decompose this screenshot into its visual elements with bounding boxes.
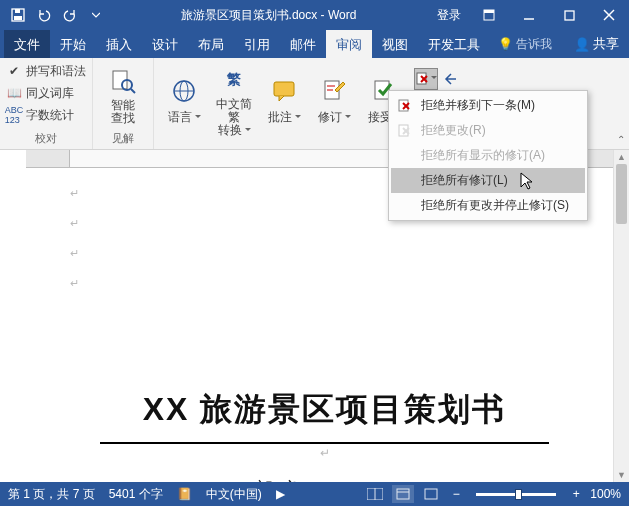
redo-button[interactable] [58, 3, 82, 27]
paragraph-mark: ↵ [70, 268, 579, 298]
svg-rect-15 [274, 82, 294, 96]
menu-reject-all-stop[interactable]: 拒绝所有更改并停止修订(S) [391, 193, 585, 218]
chinese-convert-button[interactable]: 繁中文简繁 转换 [210, 60, 258, 142]
minimize-button[interactable] [509, 0, 549, 30]
tell-me[interactable]: 💡告诉我 [490, 30, 560, 58]
tab-design[interactable]: 设计 [142, 30, 188, 58]
convert-icon: 繁 [218, 64, 250, 96]
comment-icon [268, 75, 300, 107]
view-print-layout[interactable] [392, 485, 414, 503]
svg-line-11 [131, 89, 135, 93]
track-changes-button[interactable]: 修订 [310, 71, 358, 130]
group-label-insights: 见解 [112, 130, 134, 149]
title-bar: 旅游景区项目策划书.docx - Word 登录 [0, 0, 629, 30]
maximize-button[interactable] [549, 0, 589, 30]
thesaurus-icon: 📖 [6, 85, 22, 101]
tab-review[interactable]: 审阅 [326, 30, 372, 58]
zoom-level[interactable]: 100% [590, 487, 621, 501]
view-web-layout[interactable] [420, 485, 442, 503]
menu-reject-move-next[interactable]: 拒绝并移到下一条(M) [391, 93, 585, 118]
ribbon-display-options[interactable] [469, 0, 509, 30]
spelling-button[interactable]: ✔拼写和语法 [6, 60, 86, 82]
paragraph-mark: ↵ [70, 238, 579, 268]
svg-rect-6 [565, 11, 574, 20]
tab-view[interactable]: 视图 [372, 30, 418, 58]
svg-rect-34 [397, 489, 409, 499]
previous-change-button[interactable] [439, 68, 463, 90]
tab-layout[interactable]: 布局 [188, 30, 234, 58]
track-icon [318, 75, 350, 107]
quick-access-toolbar [0, 3, 108, 27]
spelling-icon: ✔ [6, 63, 22, 79]
status-lang[interactable]: 中文(中国) [206, 486, 262, 503]
svg-rect-36 [425, 489, 437, 499]
zoom-in-button[interactable]: + [568, 487, 584, 501]
tab-insert[interactable]: 插入 [96, 30, 142, 58]
mouse-cursor [520, 172, 536, 192]
wordcount-button[interactable]: ABC123字数统计 [6, 104, 74, 126]
tab-references[interactable]: 引用 [234, 30, 280, 58]
document-title: 旅游景区项目策划书.docx - Word [108, 7, 429, 24]
scroll-up-button[interactable]: ▲ [614, 150, 629, 164]
vertical-scrollbar[interactable]: ▲ ▼ [613, 150, 629, 482]
status-page[interactable]: 第 1 页，共 7 页 [8, 486, 95, 503]
zoom-out-button[interactable]: − [448, 487, 464, 501]
menu-reject-change[interactable]: 拒绝更改(R) [391, 118, 585, 143]
share-button[interactable]: 👤共享 [564, 30, 629, 58]
status-bar: 第 1 页，共 7 页 5401 个字 📔 中文(中国) ▶ − + 100% [0, 482, 629, 506]
close-button[interactable] [589, 0, 629, 30]
undo-button[interactable] [32, 3, 56, 27]
paragraph-mark: ↵ [70, 446, 579, 460]
horizontal-rule [100, 442, 549, 444]
lightbulb-icon: 💡 [498, 37, 513, 51]
qat-customize-button[interactable] [84, 3, 108, 27]
tab-mailings[interactable]: 邮件 [280, 30, 326, 58]
svg-rect-2 [15, 9, 20, 13]
menu-reject-all[interactable]: 拒绝所有修订(L) [391, 168, 585, 193]
document-heading: XX 旅游景区项目策划书 [70, 388, 579, 432]
reject-button[interactable] [414, 68, 438, 90]
tab-home[interactable]: 开始 [50, 30, 96, 58]
view-read-mode[interactable] [364, 485, 386, 503]
svg-rect-1 [14, 16, 22, 20]
comments-button[interactable]: 批注 [260, 71, 308, 130]
lookup-icon [107, 65, 139, 97]
reject-icon [397, 123, 413, 139]
thesaurus-button[interactable]: 📖同义词库 [6, 82, 74, 104]
group-proofing: ✔拼写和语法 📖同义词库 ABC123字数统计 校对 [0, 58, 93, 149]
collapse-ribbon-button[interactable]: ⌃ [617, 134, 625, 145]
status-spellcheck-icon[interactable]: 📔 [177, 487, 192, 501]
save-button[interactable] [6, 3, 30, 27]
reject-icon [397, 98, 413, 114]
reject-dropdown-menu: 拒绝并移到下一条(M) 拒绝更改(R) 拒绝所有显示的修订(A) 拒绝所有修订(… [388, 90, 588, 221]
language-icon [168, 75, 200, 107]
zoom-slider[interactable] [476, 493, 556, 496]
window-controls: 登录 [429, 0, 629, 30]
status-words[interactable]: 5401 个字 [109, 486, 163, 503]
menu-reject-all-shown[interactable]: 拒绝所有显示的修订(A) [391, 143, 585, 168]
scroll-thumb[interactable] [616, 164, 627, 224]
tab-file[interactable]: 文件 [4, 30, 50, 58]
language-button[interactable]: 语言 [160, 71, 208, 130]
wordcount-icon: ABC123 [6, 107, 22, 123]
smart-lookup-button[interactable]: 智能 查找 [99, 61, 147, 129]
scroll-down-button[interactable]: ▼ [614, 468, 629, 482]
group-label-proofing: 校对 [35, 130, 57, 149]
svg-rect-4 [484, 10, 494, 13]
status-macro-icon[interactable]: ▶ [276, 487, 285, 501]
share-icon: 👤 [574, 37, 590, 52]
ribbon-tabs: 文件 开始 插入 设计 布局 引用 邮件 审阅 视图 开发工具 💡告诉我 👤共享 [0, 30, 629, 58]
group-insights: 智能 查找 见解 [93, 58, 154, 149]
tab-developer[interactable]: 开发工具 [418, 30, 490, 58]
login-button[interactable]: 登录 [429, 0, 469, 30]
